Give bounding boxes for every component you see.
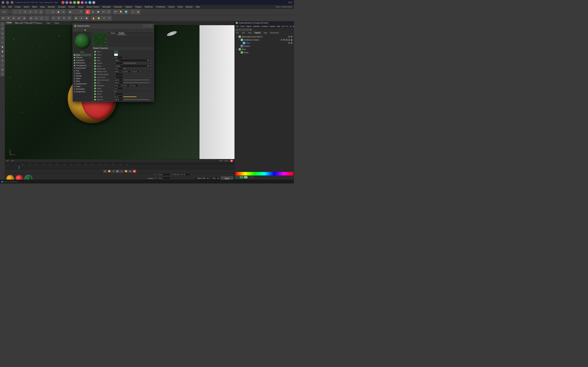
tool-move[interactable]: ↔	[12, 9, 17, 14]
tool2-5[interactable]: ◈	[22, 16, 26, 21]
side-tool-6[interactable]: ⬟	[0, 45, 5, 49]
menu-window[interactable]: Window	[184, 5, 194, 8]
oct-menu-compare[interactable]: Compare	[261, 25, 269, 27]
tool2-fire[interactable]: 🔥	[91, 16, 96, 21]
subdiv-action-1[interactable]: ✎	[281, 39, 283, 41]
tree-item-scene[interactable]: ▼ L Nikomedias Scene Rig Pro ✎ 👁	[235, 35, 293, 38]
tool-effector[interactable]: ⚡	[136, 9, 140, 14]
oct-menu-gui[interactable]: Gui	[281, 25, 285, 27]
tl-prev-key[interactable]: ⏪	[107, 170, 111, 173]
tool2-snap2[interactable]: ◎	[34, 16, 39, 21]
tool-z[interactable]: Z	[38, 9, 43, 14]
me-ch-illumination[interactable]: Illumination	[73, 88, 92, 90]
me-ch-fog[interactable]: Fog	[73, 69, 92, 72]
menu-render[interactable]: Render	[67, 5, 76, 8]
side-tool-11[interactable]: ⊞	[0, 67, 5, 72]
me-minimize[interactable]: —	[143, 25, 146, 27]
me-ch-color[interactable]: Color	[73, 54, 92, 56]
movement-z-input[interactable]	[132, 84, 138, 87]
high-clip-input[interactable]	[114, 98, 123, 101]
oct-tab-bookmarks[interactable]: Bookmarks	[269, 31, 281, 34]
me-tab-shader[interactable]: Shader	[117, 32, 126, 35]
plane-action-2[interactable]: 👁	[291, 42, 293, 44]
subdiv-action-3[interactable]: ⊕	[285, 39, 288, 41]
os-icon-1[interactable]: ⊞	[1, 1, 5, 4]
tool2-4[interactable]: ⊗	[17, 16, 21, 21]
side-tool-9[interactable]: ≋	[0, 58, 5, 63]
anim-speed-arrow[interactable]: ▲	[150, 74, 152, 75]
delta-arrow[interactable]: ▲	[150, 82, 152, 83]
tool2-render2[interactable]: ⏸	[79, 16, 84, 21]
tool-y[interactable]: Y	[33, 9, 38, 14]
menu-file[interactable]: File	[1, 5, 7, 8]
movement-x-arrow[interactable]: ▲	[121, 85, 123, 86]
menu-mesh[interactable]: Mesh	[31, 5, 38, 8]
viewport-tab-filter[interactable]: Filter	[45, 22, 52, 25]
swatch-light-green[interactable]	[244, 176, 248, 179]
cinema-icon[interactable]: C	[61, 1, 65, 4]
tool2-render3[interactable]: ⏹	[84, 16, 89, 21]
me-nav-up[interactable]: ↑	[79, 29, 81, 31]
tree-item-string[interactable]: L String	[235, 51, 293, 54]
me-ch-reflectance[interactable]: Reflectance ✓	[73, 61, 92, 64]
me-ch-glow[interactable]: Glow	[73, 80, 92, 83]
tool2-1[interactable]: ⊞	[1, 16, 6, 21]
tool2-2[interactable]: ⊟	[6, 16, 11, 21]
detail-atten-slider[interactable]	[123, 80, 149, 80]
me-ch-luminance[interactable]: Luminance	[73, 59, 92, 61]
subdiv-action-5[interactable]: 🔒	[291, 39, 293, 41]
color2-swatch[interactable]	[114, 53, 118, 56]
oct-tab-tags[interactable]: Tags	[262, 31, 269, 34]
tl-next-key[interactable]: ⏩	[124, 170, 128, 173]
side-tool-8[interactable]: ⊕	[0, 54, 5, 58]
menu-motion[interactable]: Motion Tracker	[85, 5, 101, 8]
tree-item-plane[interactable]: ▭ Plane ✎ 👁	[235, 42, 293, 45]
global-scale-slider[interactable]	[123, 68, 149, 69]
spectrum-bar[interactable]	[235, 172, 293, 175]
menu-simulate[interactable]: Simulate	[57, 5, 67, 8]
movement-z-arrow[interactable]: ▲	[138, 85, 140, 86]
tree-item-move[interactable]: ▶ L Move	[235, 48, 293, 51]
tool-deform[interactable]: ⤷	[130, 9, 135, 14]
noise-arrow[interactable]: ▼	[150, 60, 152, 61]
tool2-snap1[interactable]: ⊞	[28, 16, 34, 21]
tool-obj[interactable]: ◎	[90, 9, 95, 14]
app-icon-2[interactable]: ◉	[69, 1, 72, 4]
color1-swatch[interactable]	[114, 50, 118, 53]
tool-light[interactable]: 💡	[118, 9, 123, 14]
tool-uvw[interactable]: U	[61, 9, 66, 14]
oct-menu-materials[interactable]: Materials	[253, 25, 260, 27]
menu-xparticles[interactable]: X-Particles	[155, 5, 167, 8]
me-nav-next[interactable]: ▷	[76, 29, 79, 31]
swatch-dropper[interactable]: ✎	[248, 176, 251, 179]
me-settings[interactable]: A	[81, 29, 84, 31]
object-dropdown[interactable]: Object (Rel ▼)	[195, 177, 209, 180]
oct-tab-edit[interactable]: Edit	[241, 31, 246, 34]
tool2-hex[interactable]: ⬡	[107, 16, 112, 21]
rel-scale-z-input[interactable]	[132, 70, 139, 73]
x-input[interactable]	[158, 173, 170, 176]
app-icon-4[interactable]: ◉	[77, 1, 80, 4]
tool-rotate[interactable]: ↻	[23, 9, 28, 14]
tool-scale[interactable]: ⤡	[17, 9, 22, 14]
delta-input[interactable]	[114, 82, 123, 84]
menu-script[interactable]: Script	[176, 5, 184, 8]
rel-scale-y-input[interactable]	[123, 70, 130, 73]
tool2-3[interactable]: ⊕	[11, 16, 16, 21]
menu-edit[interactable]: Edit	[7, 5, 13, 8]
loop-period-arrow[interactable]: ▲	[150, 76, 152, 78]
seed-input[interactable]	[114, 57, 123, 59]
me-ch-assignment[interactable]: Assignment	[73, 90, 92, 93]
octaves-slider[interactable]	[123, 63, 149, 64]
oct-tool-4[interactable]: A	[244, 28, 246, 31]
side-tool-7[interactable]: ◼	[0, 49, 5, 53]
space-dropdown[interactable]: Texture	[114, 65, 150, 67]
brightness-input[interactable]	[114, 101, 123, 101]
me-ch-displacement[interactable]: Displacement	[73, 83, 92, 85]
oct-menu-options[interactable]: Options	[269, 25, 276, 27]
oct-tool-6[interactable]: ⊕	[249, 28, 252, 31]
me-maximize[interactable]: □	[146, 25, 149, 27]
scene-action-2[interactable]: 👁	[291, 36, 293, 38]
global-scale-arrow[interactable]: ▲	[150, 68, 152, 70]
me-ch-alpha[interactable]: Alpha	[73, 77, 92, 80]
